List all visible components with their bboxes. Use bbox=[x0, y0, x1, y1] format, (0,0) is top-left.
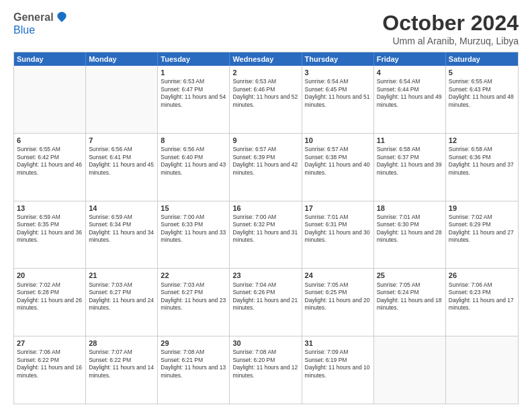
weekday-header-thursday: Thursday bbox=[302, 52, 374, 66]
calendar-cell bbox=[374, 336, 446, 404]
day-number: 24 bbox=[305, 271, 371, 280]
weekday-header-tuesday: Tuesday bbox=[158, 52, 230, 66]
cell-info: Sunrise: 7:00 AM Sunset: 6:33 PM Dayligh… bbox=[161, 214, 226, 244]
calendar-cell: 2Sunrise: 6:53 AM Sunset: 6:46 PM Daylig… bbox=[230, 66, 302, 133]
calendar-cell: 25Sunrise: 7:05 AM Sunset: 6:24 PM Dayli… bbox=[374, 269, 446, 336]
weekday-header-sunday: Sunday bbox=[14, 52, 86, 66]
weekday-header-saturday: Saturday bbox=[446, 52, 518, 66]
calendar-cell: 11Sunrise: 6:58 AM Sunset: 6:37 PM Dayli… bbox=[374, 134, 446, 201]
calendar-cell: 20Sunrise: 7:02 AM Sunset: 6:28 PM Dayli… bbox=[14, 269, 86, 336]
cell-info: Sunrise: 6:59 AM Sunset: 6:35 PM Dayligh… bbox=[17, 214, 83, 244]
logo-blue-text: Blue bbox=[13, 24, 35, 36]
calendar-cell: 23Sunrise: 7:04 AM Sunset: 6:26 PM Dayli… bbox=[230, 269, 302, 336]
calendar-week-4: 20Sunrise: 7:02 AM Sunset: 6:28 PM Dayli… bbox=[14, 269, 518, 336]
day-number: 28 bbox=[89, 338, 154, 348]
calendar-cell: 10Sunrise: 6:57 AM Sunset: 6:38 PM Dayli… bbox=[302, 134, 374, 201]
calendar-cell: 22Sunrise: 7:03 AM Sunset: 6:27 PM Dayli… bbox=[158, 269, 230, 336]
calendar-cell: 24Sunrise: 7:05 AM Sunset: 6:25 PM Dayli… bbox=[302, 269, 374, 336]
day-number: 9 bbox=[232, 136, 298, 145]
day-number: 19 bbox=[449, 203, 515, 213]
day-number: 16 bbox=[232, 203, 298, 213]
cell-info: Sunrise: 7:00 AM Sunset: 6:32 PM Dayligh… bbox=[232, 214, 298, 244]
calendar-cell: 5Sunrise: 6:55 AM Sunset: 6:43 PM Daylig… bbox=[446, 66, 518, 133]
day-number: 5 bbox=[449, 68, 515, 77]
calendar-cell: 4Sunrise: 6:54 AM Sunset: 6:44 PM Daylig… bbox=[374, 66, 446, 133]
day-number: 11 bbox=[377, 136, 443, 145]
cell-info: Sunrise: 6:57 AM Sunset: 6:38 PM Dayligh… bbox=[305, 146, 371, 177]
day-number: 21 bbox=[89, 271, 154, 280]
day-number: 23 bbox=[232, 271, 298, 280]
calendar-body: 1Sunrise: 6:53 AM Sunset: 6:47 PM Daylig… bbox=[14, 66, 518, 404]
day-number: 7 bbox=[89, 136, 154, 145]
weekday-header-friday: Friday bbox=[374, 52, 446, 66]
day-number: 13 bbox=[17, 203, 83, 213]
day-number: 10 bbox=[305, 136, 371, 145]
calendar-cell bbox=[14, 66, 86, 133]
logo-icon bbox=[55, 11, 69, 24]
calendar-week-2: 6Sunrise: 6:55 AM Sunset: 6:42 PM Daylig… bbox=[14, 134, 518, 201]
calendar-week-3: 13Sunrise: 6:59 AM Sunset: 6:35 PM Dayli… bbox=[14, 201, 518, 269]
day-number: 8 bbox=[161, 136, 226, 145]
day-number: 1 bbox=[161, 68, 226, 77]
cell-info: Sunrise: 6:54 AM Sunset: 6:45 PM Dayligh… bbox=[305, 78, 371, 109]
cell-info: Sunrise: 6:55 AM Sunset: 6:42 PM Dayligh… bbox=[17, 146, 83, 177]
day-number: 17 bbox=[305, 203, 371, 213]
logo: General Blue bbox=[13, 11, 69, 36]
cell-info: Sunrise: 7:02 AM Sunset: 6:28 PM Dayligh… bbox=[17, 281, 83, 312]
header: General Blue October 2024 Umm al Aranib,… bbox=[13, 11, 519, 46]
calendar-cell: 27Sunrise: 7:06 AM Sunset: 6:22 PM Dayli… bbox=[14, 336, 86, 404]
calendar-cell: 15Sunrise: 7:00 AM Sunset: 6:33 PM Dayli… bbox=[158, 201, 230, 269]
cell-info: Sunrise: 7:04 AM Sunset: 6:26 PM Dayligh… bbox=[232, 281, 298, 312]
day-number: 3 bbox=[305, 68, 371, 77]
cell-info: Sunrise: 7:07 AM Sunset: 6:22 PM Dayligh… bbox=[89, 349, 154, 379]
calendar-cell: 13Sunrise: 6:59 AM Sunset: 6:35 PM Dayli… bbox=[14, 201, 86, 269]
day-number: 27 bbox=[17, 338, 83, 348]
calendar-cell: 19Sunrise: 7:02 AM Sunset: 6:29 PM Dayli… bbox=[446, 201, 518, 269]
cell-info: Sunrise: 7:01 AM Sunset: 6:31 PM Dayligh… bbox=[305, 214, 371, 244]
logo-blue: Blue bbox=[13, 24, 35, 36]
cell-info: Sunrise: 6:58 AM Sunset: 6:37 PM Dayligh… bbox=[377, 146, 443, 177]
calendar-cell: 30Sunrise: 7:08 AM Sunset: 6:20 PM Dayli… bbox=[230, 336, 302, 404]
calendar-cell: 3Sunrise: 6:54 AM Sunset: 6:45 PM Daylig… bbox=[302, 66, 374, 133]
calendar-cell: 7Sunrise: 6:56 AM Sunset: 6:41 PM Daylig… bbox=[86, 134, 158, 201]
cell-info: Sunrise: 6:58 AM Sunset: 6:36 PM Dayligh… bbox=[449, 146, 515, 177]
calendar-cell: 31Sunrise: 7:09 AM Sunset: 6:19 PM Dayli… bbox=[302, 336, 374, 404]
calendar-cell: 21Sunrise: 7:03 AM Sunset: 6:27 PM Dayli… bbox=[86, 269, 158, 336]
day-number: 31 bbox=[305, 338, 371, 348]
day-number: 26 bbox=[449, 271, 515, 280]
day-number: 2 bbox=[232, 68, 298, 77]
page: General Blue October 2024 Umm al Aranib,… bbox=[0, 0, 532, 411]
cell-info: Sunrise: 7:05 AM Sunset: 6:24 PM Dayligh… bbox=[377, 281, 443, 312]
weekday-header-wednesday: Wednesday bbox=[230, 52, 302, 66]
day-number: 30 bbox=[232, 338, 298, 348]
calendar: SundayMondayTuesdayWednesdayThursdayFrid… bbox=[13, 52, 519, 404]
cell-info: Sunrise: 7:02 AM Sunset: 6:29 PM Dayligh… bbox=[449, 214, 515, 244]
calendar-week-5: 27Sunrise: 7:06 AM Sunset: 6:22 PM Dayli… bbox=[14, 336, 518, 404]
cell-info: Sunrise: 6:57 AM Sunset: 6:39 PM Dayligh… bbox=[232, 146, 298, 177]
cell-info: Sunrise: 6:54 AM Sunset: 6:44 PM Dayligh… bbox=[377, 78, 443, 109]
calendar-cell: 26Sunrise: 7:06 AM Sunset: 6:23 PM Dayli… bbox=[446, 269, 518, 336]
cell-info: Sunrise: 6:53 AM Sunset: 6:46 PM Dayligh… bbox=[232, 78, 298, 109]
cell-info: Sunrise: 7:06 AM Sunset: 6:23 PM Dayligh… bbox=[449, 281, 515, 312]
logo-general: General bbox=[13, 11, 54, 24]
cell-info: Sunrise: 6:56 AM Sunset: 6:40 PM Dayligh… bbox=[161, 146, 226, 177]
cell-info: Sunrise: 6:59 AM Sunset: 6:34 PM Dayligh… bbox=[89, 214, 154, 244]
day-number: 29 bbox=[161, 338, 226, 348]
calendar-week-1: 1Sunrise: 6:53 AM Sunset: 6:47 PM Daylig… bbox=[14, 66, 518, 134]
cell-info: Sunrise: 7:06 AM Sunset: 6:22 PM Dayligh… bbox=[17, 349, 83, 379]
day-number: 4 bbox=[377, 68, 443, 77]
calendar-cell: 9Sunrise: 6:57 AM Sunset: 6:39 PM Daylig… bbox=[230, 134, 302, 201]
cell-info: Sunrise: 7:08 AM Sunset: 6:21 PM Dayligh… bbox=[161, 349, 226, 379]
calendar-cell: 18Sunrise: 7:01 AM Sunset: 6:30 PM Dayli… bbox=[374, 201, 446, 269]
calendar-cell: 14Sunrise: 6:59 AM Sunset: 6:34 PM Dayli… bbox=[86, 201, 158, 269]
logo-text: General bbox=[13, 11, 69, 24]
calendar-cell: 8Sunrise: 6:56 AM Sunset: 6:40 PM Daylig… bbox=[158, 134, 230, 201]
day-number: 22 bbox=[161, 271, 226, 280]
day-number: 6 bbox=[17, 136, 83, 145]
day-number: 18 bbox=[377, 203, 443, 213]
weekday-header-monday: Monday bbox=[86, 52, 158, 66]
title-block: October 2024 Umm al Aranib, Murzuq, Liby… bbox=[382, 11, 519, 46]
day-number: 14 bbox=[89, 203, 154, 213]
cell-info: Sunrise: 7:08 AM Sunset: 6:20 PM Dayligh… bbox=[232, 349, 298, 379]
calendar-cell: 29Sunrise: 7:08 AM Sunset: 6:21 PM Dayli… bbox=[158, 336, 230, 404]
